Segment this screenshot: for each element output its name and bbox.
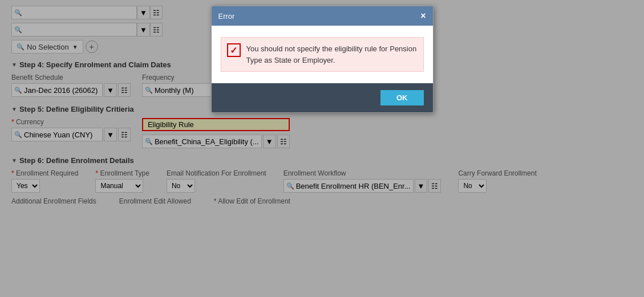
modal-title: Error	[218, 12, 235, 21]
modal-error-text: You should not specify the eligibility r…	[246, 43, 418, 66]
modal-overlay: Error × ✓ You should not specify the eli…	[0, 0, 644, 297]
modal-error-box: ✓ You should not specify the eligibility…	[221, 37, 424, 72]
error-icon: ✓	[227, 43, 241, 57]
ok-button[interactable]: OK	[380, 90, 424, 105]
modal-footer: OK	[212, 83, 433, 112]
modal-close-button[interactable]: ×	[420, 11, 426, 21]
main-content: 🔍 ▼ ☷ 🔍 ▼ ☷ 🔍 No Selection ▼ + ▼ Step 4:…	[0, 0, 644, 297]
modal-header: Error ×	[212, 6, 433, 26]
modal-body: ✓ You should not specify the eligibility…	[212, 26, 433, 83]
error-modal: Error × ✓ You should not specify the eli…	[211, 6, 434, 113]
